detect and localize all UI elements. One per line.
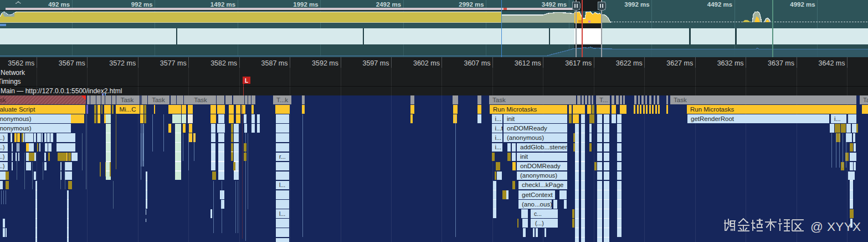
svg-text:Task: Task xyxy=(152,97,165,103)
svg-text:3567 ms: 3567 ms xyxy=(59,59,85,67)
svg-text:4992 ms: 4992 ms xyxy=(790,1,815,8)
svg-text:Main — http://127.0.0.1:5500/i: Main — http://127.0.0.1:5500/index2.html xyxy=(1,87,122,95)
svg-text:2492 ms: 2492 ms xyxy=(376,1,401,8)
svg-text:3572 ms: 3572 ms xyxy=(109,59,136,67)
svg-text:1492 ms: 1492 ms xyxy=(210,1,235,8)
svg-text:2992 ms: 2992 ms xyxy=(459,1,484,8)
svg-text:3597 ms: 3597 ms xyxy=(362,59,389,67)
svg-text:r...: r... xyxy=(279,153,286,160)
svg-text:l...: l... xyxy=(279,210,285,217)
svg-text:l...: l... xyxy=(279,182,285,188)
svg-text:Task: Task xyxy=(0,97,6,103)
svg-text:getContext: getContext xyxy=(522,191,553,198)
svg-text:992 ms: 992 ms xyxy=(131,1,153,8)
svg-text:Task: Task xyxy=(194,97,207,103)
svg-text:i...: i... xyxy=(495,134,502,141)
svg-text:(ano...ous): (ano...ous) xyxy=(522,201,552,208)
svg-text:Mi...C: Mi...C xyxy=(119,106,136,113)
svg-text:(..): (..) xyxy=(0,163,4,169)
svg-text:i...: i... xyxy=(495,115,502,122)
svg-text:Run Microtasks: Run Microtasks xyxy=(690,106,734,113)
svg-text:(anonymous): (anonymous) xyxy=(0,115,32,122)
svg-text:L: L xyxy=(245,78,248,84)
svg-text:1992 ms: 1992 ms xyxy=(293,1,318,8)
svg-text:(..): (..) xyxy=(0,135,4,141)
svg-text:init: init xyxy=(520,153,528,160)
svg-text:3577 ms: 3577 ms xyxy=(160,59,187,67)
svg-text:(...): (...) xyxy=(535,220,544,226)
svg-text:3582 ms: 3582 ms xyxy=(210,59,237,67)
svg-text:(anonymous): (anonymous) xyxy=(520,172,557,179)
svg-text:3617 ms: 3617 ms xyxy=(565,59,592,67)
svg-text:3622 ms: 3622 ms xyxy=(616,59,643,67)
svg-text:3627 ms: 3627 ms xyxy=(666,59,693,67)
svg-text:checkI...kPage: checkI...kPage xyxy=(522,182,563,188)
svg-text:(..): (..) xyxy=(0,144,4,150)
svg-text:i...t: i...t xyxy=(495,125,504,132)
svg-text:Task: Task xyxy=(674,97,687,103)
svg-text:Evaluate Script: Evaluate Script xyxy=(0,106,35,113)
svg-text:3642 ms: 3642 ms xyxy=(819,59,845,67)
svg-text:4492 ms: 4492 ms xyxy=(707,1,732,8)
svg-text:3612 ms: 3612 ms xyxy=(515,59,541,67)
svg-text:Timings: Timings xyxy=(0,78,21,85)
svg-text:i...: i... xyxy=(834,115,841,122)
svg-text:(anonymous): (anonymous) xyxy=(507,134,544,141)
svg-text:onDOMReady: onDOMReady xyxy=(520,163,561,169)
svg-text:T...: T... xyxy=(599,97,608,103)
svg-text:Ta: Ta xyxy=(863,97,868,103)
svg-text:3562 ms: 3562 ms xyxy=(8,59,34,67)
svg-text:3632 ms: 3632 ms xyxy=(717,59,744,67)
svg-text:3492 ms: 3492 ms xyxy=(542,1,567,8)
svg-text:3992 ms: 3992 ms xyxy=(624,1,649,8)
svg-text:T...k: T...k xyxy=(276,97,288,103)
svg-text:3607 ms: 3607 ms xyxy=(464,59,490,67)
svg-text:Task: Task xyxy=(121,97,134,103)
svg-text:(..): (..) xyxy=(0,154,4,160)
svg-text:Task: Task xyxy=(492,97,506,103)
svg-text:getRenderRoot: getRenderRoot xyxy=(691,115,735,122)
svg-text:3592 ms: 3592 ms xyxy=(312,59,338,67)
svg-text:init: init xyxy=(507,115,515,122)
svg-text:@ XYYX: @ XYYX xyxy=(810,220,861,234)
svg-text:Network: Network xyxy=(1,69,25,77)
svg-text:onDOMReady: onDOMReady xyxy=(507,125,547,132)
svg-text:3602 ms: 3602 ms xyxy=(413,59,440,67)
svg-text:c...: c... xyxy=(534,210,542,217)
svg-text:(anonymous): (anonymous) xyxy=(0,125,32,132)
svg-text:i...: i... xyxy=(495,144,502,150)
svg-text:3637 ms: 3637 ms xyxy=(768,59,794,67)
svg-text:Run Microtasks: Run Microtasks xyxy=(493,106,537,113)
svg-text:addGlob...stener: addGlob...stener xyxy=(520,144,567,150)
svg-text:492 ms: 492 ms xyxy=(48,1,70,8)
svg-text:3587 ms: 3587 ms xyxy=(261,59,288,67)
